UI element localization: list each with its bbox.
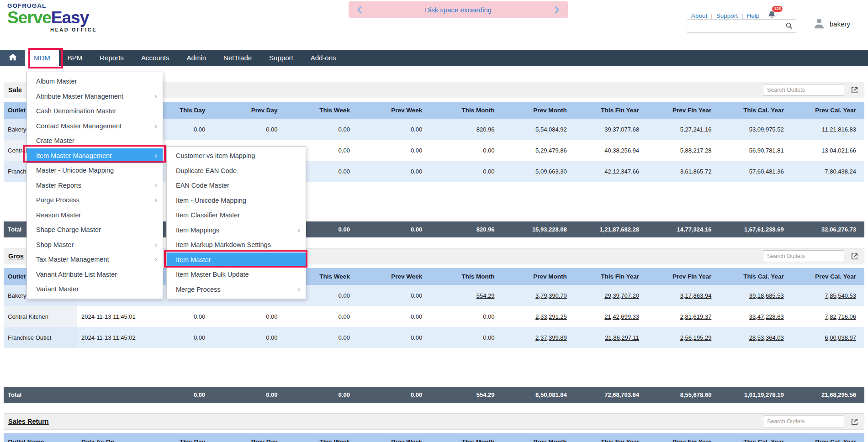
menu-item-attribute-master-management[interactable]: Attribute Master Management› — [27, 89, 163, 104]
main-nav: MDMBPMReportsAccountsAdminNetTradeSuppor… — [0, 50, 868, 66]
column-header-this-week: This Week — [286, 102, 358, 119]
value-link[interactable]: 2,33,291.25 — [503, 306, 575, 327]
user-chip[interactable]: bakery — [812, 16, 850, 32]
menu-item-customer-vs-item-mapping[interactable]: Customer vs Item Mapping — [167, 148, 306, 163]
column-header-this-month: This Month — [430, 433, 503, 442]
nav-item-nettrade[interactable]: NetTrade — [215, 50, 260, 66]
menu-item-label: Shop Master — [36, 237, 74, 253]
home-icon — [8, 53, 17, 63]
search-icon[interactable] — [785, 22, 793, 32]
value-cell: 11,21,816.83 — [792, 119, 864, 140]
value-link[interactable]: 554.29 — [430, 285, 503, 306]
menu-item-label: Item Master — [176, 253, 211, 268]
menu-item-master-unicode-mapping[interactable]: Master - Unicode Mapping — [27, 163, 163, 178]
value-link[interactable]: 3,17,863.94 — [647, 285, 720, 306]
user-avatar-icon — [812, 16, 826, 32]
menu-item-master-reports[interactable]: Master Reports› — [27, 178, 163, 193]
menu-item-cash-denomination-master[interactable]: Cash Denomination Master — [27, 104, 163, 119]
value-link[interactable]: 2,56,195.29 — [647, 327, 720, 348]
value-link[interactable]: 7,85,540.53 — [792, 285, 864, 306]
menu-item-variant-master[interactable]: Variant Master — [27, 282, 163, 297]
menu-item-merge-process[interactable]: Merge Process› — [167, 282, 306, 297]
menu-item-shop-master[interactable]: Shop Master› — [27, 237, 163, 253]
value-cell: 0.00 — [358, 327, 430, 348]
menu-item-label: Reason Master — [36, 208, 81, 223]
nav-item-reports[interactable]: Reports — [91, 50, 132, 66]
total-value-cell: 32,06,276.73 — [792, 221, 864, 237]
menu-item-item-master-management[interactable]: Item Master Management› — [27, 148, 163, 163]
column-header-prev-fin-year: Prev Fin Year — [647, 102, 720, 119]
toolbar-right — [763, 416, 858, 427]
menu-item-album-master[interactable]: Album Master — [27, 74, 163, 89]
value-cell: 5,27,241.16 — [647, 119, 720, 140]
value-link[interactable]: 6,00,038.97 — [792, 327, 864, 348]
nav-item-mdm[interactable]: MDM — [25, 50, 59, 66]
value-link[interactable]: 33,47,228.63 — [720, 306, 792, 327]
help-link[interactable]: Help — [747, 12, 760, 19]
banner-text: Disk space exceeding — [425, 6, 492, 14]
value-cell: 0.00 — [141, 306, 213, 327]
menu-item-duplicate-ean-code[interactable]: Duplicate EAN Code — [167, 163, 306, 179]
value-link[interactable]: 28,53,364.03 — [720, 327, 792, 348]
chevron-right-icon: › — [154, 252, 157, 267]
menu-item-item-master-bulk-update[interactable]: Item Master Bulk Update — [167, 267, 306, 282]
nav-item-add-ons[interactable]: Add-ons — [302, 50, 345, 66]
column-header-this-month: This Month — [430, 102, 503, 119]
total-value-cell: 1,67,61,238.69 — [720, 221, 792, 237]
value-cell: 0.00 — [430, 140, 503, 161]
support-link[interactable]: Support — [716, 12, 738, 19]
value-link[interactable]: 2,81,619.37 — [647, 306, 720, 327]
menu-item-ean-code-master[interactable]: EAN Code Master — [167, 178, 306, 193]
menu-item-variant-attribute-list-master[interactable]: Variant Attribute List Master — [27, 267, 163, 282]
column-header-this-month: This Month — [430, 268, 503, 285]
column-header-prev-cal-year: Prev Cal. Year — [792, 102, 864, 119]
value-link[interactable]: 21,42,699.33 — [575, 306, 647, 327]
menu-item-item-mappings[interactable]: Item Mappings› — [167, 223, 306, 238]
total-label: Total — [4, 387, 77, 403]
nav-item-accounts[interactable]: Accounts — [132, 50, 178, 66]
menu-item-crate-master[interactable]: Crate Master — [27, 133, 163, 148]
nav-item-admin[interactable]: Admin — [178, 50, 215, 66]
menu-item-tax-master-management[interactable]: Tax Master Management› — [27, 252, 163, 267]
global-search-input[interactable] — [687, 19, 796, 33]
total-value-cell: 0.00 — [358, 387, 430, 403]
value-cell: 0.00 — [213, 119, 286, 140]
column-header-this-fin-year: This Fin Year — [575, 268, 647, 285]
value-cell: 42,12,347.66 — [575, 161, 647, 182]
value-link[interactable]: 21,86,297.11 — [575, 327, 647, 348]
external-link-icon[interactable] — [851, 86, 858, 94]
value-cell: 0.00 — [358, 119, 430, 140]
column-header-outlet-name: Outlet Name — [4, 433, 77, 442]
banner-prev-icon[interactable] — [357, 5, 362, 14]
value-link[interactable]: 3,79,390.70 — [503, 285, 575, 306]
menu-item-shape-charge-master[interactable]: Shape Charge Master — [27, 222, 163, 237]
banner-next-icon[interactable] — [554, 5, 560, 14]
menu-item-item-unicode-mapping[interactable]: Item - Unicode Mapping — [167, 193, 306, 208]
total-row: Total0.000.000.000.00554.298,50,081.8472… — [4, 387, 864, 403]
nav-home[interactable] — [0, 50, 25, 66]
value-link[interactable]: 39,18,685.53 — [720, 285, 792, 306]
about-link[interactable]: About — [691, 12, 707, 19]
value-link[interactable]: 2,37,399.89 — [503, 327, 575, 348]
menu-item-label: Crate Master — [36, 133, 74, 148]
menu-item-reason-master[interactable]: Reason Master — [27, 208, 163, 223]
column-header-this-cal-year: This Cal. Year — [720, 102, 792, 119]
menu-item-label: Master - Unicode Mapping — [36, 163, 114, 178]
menu-item-purge-process[interactable]: Purge Process› — [27, 193, 163, 208]
nav-item-support[interactable]: Support — [260, 50, 302, 66]
menu-item-label: Album Master — [36, 74, 77, 89]
menu-item-item-markup-markdown-settings[interactable]: Item Markup Markdown Settings — [167, 237, 306, 253]
search-outlets-input[interactable] — [763, 84, 844, 96]
search-outlets-input[interactable] — [763, 250, 844, 262]
filler-row — [4, 348, 864, 387]
nav-item-bpm[interactable]: BPM — [59, 50, 91, 66]
external-link-icon[interactable] — [851, 418, 858, 426]
menu-item-item-classifier-master[interactable]: Item Classifier Master — [167, 208, 306, 223]
menu-item-item-master[interactable]: Item Master — [167, 253, 306, 268]
value-link[interactable]: 7,82,716.06 — [792, 306, 864, 327]
data-as-on-cell: 2024-11-13 11:45:01 — [77, 306, 141, 327]
external-link-icon[interactable] — [851, 253, 858, 260]
search-outlets-input[interactable] — [763, 416, 844, 427]
menu-item-contact-master-management[interactable]: Contact Master Management› — [27, 119, 163, 134]
value-link[interactable]: 29,39,707.20 — [575, 285, 647, 306]
